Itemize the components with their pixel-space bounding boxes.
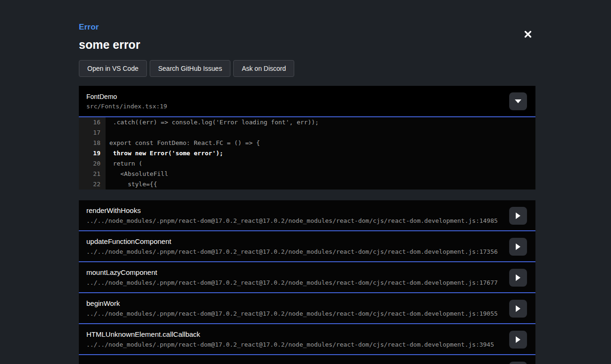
expand-stack-frame-button[interactable]	[509, 207, 527, 225]
action-button[interactable]: Search GitHub Issues	[150, 60, 230, 77]
line-source: .catch((err) => console.log('Error loadi…	[106, 117, 535, 128]
code-line: 19 throw new Error('some error');	[79, 148, 535, 159]
line-source: style={{	[106, 179, 535, 190]
expand-stack-frame-button[interactable]	[509, 269, 527, 287]
code-lines: 16 .catch((err) => console.log('Error lo…	[79, 117, 535, 190]
play-icon	[516, 212, 520, 219]
play-icon	[516, 336, 520, 343]
stack-frame-path: ../../node_modules/.pnpm/react-dom@17.0.…	[86, 217, 528, 224]
code-line: 22 style={{	[79, 179, 535, 190]
play-icon	[516, 305, 520, 312]
code-line: 21 <AbsoluteFill	[79, 169, 535, 179]
code-line: 18 export const FontDemo: React.FC = () …	[79, 138, 535, 148]
code-line: 16 .catch((err) => console.log('Error lo…	[79, 117, 535, 128]
error-overlay: Error some error Open in VS Code Search …	[79, 0, 535, 364]
stack-frame-name: renderWithHooks	[86, 206, 528, 214]
expand-stack-frame-button[interactable]	[509, 238, 527, 256]
action-button-row: Open in VS Code Search GitHub Issues Ask…	[79, 60, 535, 77]
line-source	[106, 128, 535, 138]
play-icon	[516, 274, 520, 281]
action-button[interactable]: Ask on Discord	[233, 60, 294, 77]
code-frame: FontDemo src/Fonts/index.tsx:19 16 .catc…	[79, 86, 535, 190]
code-frame-header: FontDemo src/Fonts/index.tsx:19	[79, 86, 535, 117]
stack-frame-path: ../../node_modules/.pnpm/react-dom@17.0.…	[86, 279, 528, 286]
line-source: return (	[106, 159, 535, 169]
line-source: throw new Error('some error');	[106, 148, 535, 159]
line-number: 22	[79, 179, 106, 190]
code-line: 17	[79, 128, 535, 138]
stack-frame	[79, 355, 535, 364]
collapse-code-frame-button[interactable]	[509, 92, 527, 110]
action-button[interactable]: Open in VS Code	[79, 60, 147, 77]
line-source: <AbsoluteFill	[106, 169, 535, 179]
stack-frame: HTMLUnknownElement.callCallback ../../no…	[79, 324, 535, 355]
line-number: 18	[79, 138, 106, 148]
expand-stack-frame-button[interactable]	[509, 331, 527, 349]
stack-frame: updateFunctionComponent ../../node_modul…	[79, 231, 535, 262]
stack-frame: mountLazyComponent ../../node_modules/.p…	[79, 262, 535, 293]
expand-stack-frame-button[interactable]	[509, 300, 527, 318]
error-type-label: Error	[79, 23, 535, 32]
line-number: 16	[79, 117, 106, 128]
line-number: 21	[79, 169, 106, 179]
stack-frame-name: HTMLUnknownElement.callCallback	[86, 330, 528, 338]
line-source: export const FontDemo: React.FC = () => …	[106, 138, 535, 148]
line-number: 20	[79, 159, 106, 169]
stack-frame-path: ../../node_modules/.pnpm/react-dom@17.0.…	[86, 310, 528, 317]
expand-stack-frame-button[interactable]	[509, 362, 527, 364]
code-frame-location: src/Fonts/index.tsx:19	[86, 103, 528, 110]
chevron-down-icon	[515, 99, 521, 103]
play-icon	[516, 243, 520, 250]
code-line: 20 return (	[79, 159, 535, 169]
stack-frame-name: beginWork	[86, 299, 528, 307]
code-frame-title: FontDemo	[86, 93, 528, 100]
stack-frame-list: renderWithHooks ../../node_modules/.pnpm…	[79, 200, 535, 364]
stack-frame: renderWithHooks ../../node_modules/.pnpm…	[79, 200, 535, 231]
stack-frame-name: mountLazyComponent	[86, 268, 528, 276]
stack-frame-path: ../../node_modules/.pnpm/react-dom@17.0.…	[86, 248, 528, 255]
error-message: some error	[79, 38, 535, 52]
stack-frame: beginWork ../../node_modules/.pnpm/react…	[79, 293, 535, 324]
stack-frame-name: updateFunctionComponent	[86, 237, 528, 245]
line-number: 19	[79, 148, 106, 159]
stack-frame-path: ../../node_modules/.pnpm/react-dom@17.0.…	[86, 341, 528, 348]
line-number: 17	[79, 128, 106, 138]
